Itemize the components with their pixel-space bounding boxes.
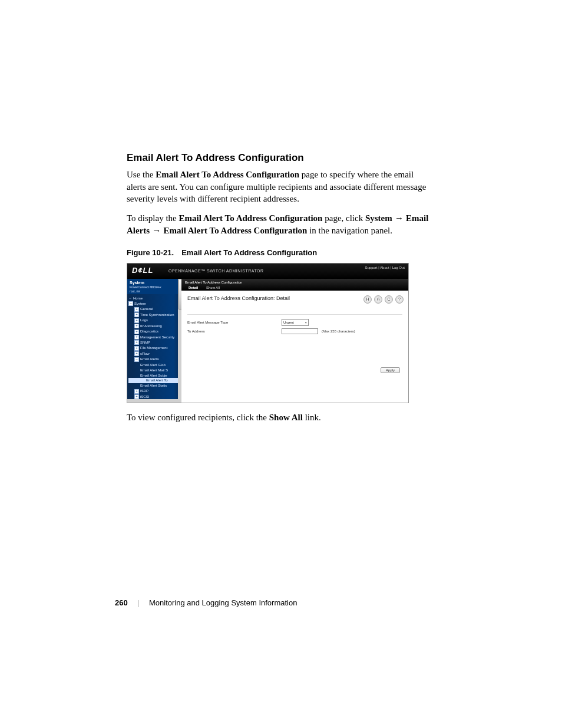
refresh-icon[interactable]: C	[385, 295, 393, 304]
bold-text: Email Alert To Address Configuration	[164, 226, 308, 235]
expand-icon: +	[134, 389, 139, 394]
tree-label: Email Alerts	[140, 357, 159, 361]
chevron-down-icon: ▾	[305, 321, 307, 324]
tree-label: ISDP	[140, 389, 148, 393]
text: To view configured recipients, click the	[127, 413, 269, 422]
tree-label: Management Security	[140, 335, 174, 339]
sidebar-device: PowerConnect M8024-k	[130, 285, 179, 289]
save-icon[interactable]: H	[363, 295, 372, 304]
sidebar-user: root, r/w	[130, 289, 179, 293]
collapse-icon: –	[128, 301, 133, 306]
tree-label: SNMP	[140, 341, 150, 344]
expand-icon: +	[134, 318, 139, 323]
tree-label: Email Alert Glob	[140, 363, 166, 367]
section-heading: Email Alert To Address Configuration	[127, 152, 433, 164]
header-links[interactable]: Support | About | Log Out	[365, 266, 405, 269]
expand-icon: +	[134, 324, 139, 328]
tree-node-iscsi[interactable]: +iSCSI	[128, 394, 181, 399]
tree-node-isdp[interactable]: +ISDP	[128, 388, 181, 394]
print-icon[interactable]: ⎙	[374, 295, 382, 304]
sidebar-horizontal-scrollbar[interactable]	[127, 399, 178, 403]
footer-title: Monitoring and Logging System Informatio…	[149, 598, 297, 607]
tree-node-mgmtsec[interactable]: +Management Security	[128, 334, 181, 340]
arrow-icon: →	[150, 225, 163, 235]
text: in the navigation panel.	[307, 226, 392, 235]
bold-text: Show All	[269, 413, 303, 422]
tree-node-snmp[interactable]: +SNMP	[128, 340, 181, 345]
dell-logo: D¢LL	[132, 266, 154, 275]
paragraph-nav: To display the Email Alert To Address Co…	[127, 212, 433, 236]
apply-button[interactable]: Apply	[381, 367, 400, 373]
tab-bar: Detail Show All	[185, 286, 405, 289]
sidebar-header: System PowerConnect M8024-k root, r/w	[127, 279, 181, 294]
to-address-label: To Address	[187, 330, 282, 333]
text: link.	[303, 413, 321, 422]
page-footer: 260 Monitoring and Logging System Inform…	[115, 598, 297, 607]
tree-node-filemgmt[interactable]: +File Management	[128, 345, 181, 351]
tree-node-ea-stats[interactable]: Email Alert Statis	[128, 383, 181, 388]
page-number: 260	[115, 598, 128, 607]
expand-icon: +	[134, 335, 139, 340]
nav-sidebar: System PowerConnect M8024-k root, r/w –H…	[127, 279, 181, 403]
tab-showall[interactable]: Show All	[203, 286, 223, 289]
tree-label: Email Alert Mail S	[140, 368, 168, 372]
breadcrumb-text: Email Alert To Address Configuration	[185, 281, 405, 284]
text: To display the	[127, 213, 179, 223]
tree-node-sflow[interactable]: +sFlow	[128, 351, 181, 356]
text: Use the	[127, 170, 156, 179]
tree-label: Email Alert To	[146, 378, 168, 382]
nav-tree: –Home –System +General +Time Synchroniza…	[127, 294, 181, 399]
expand-icon: +	[134, 312, 139, 317]
paragraph-post-figure: To view configured recipients, click the…	[127, 411, 433, 424]
bold-text: Email Alert To Address Configuration	[179, 213, 323, 223]
tree-label: File Management	[140, 346, 167, 350]
tree-node-system[interactable]: –System	[128, 301, 181, 307]
tab-detail[interactable]: Detail	[185, 286, 201, 289]
tree-node-logs[interactable]: +Logs	[128, 318, 181, 323]
to-address-hint: (Max 255 characters)	[322, 330, 355, 333]
tree-node-ea-global[interactable]: Email Alert Glob	[128, 362, 181, 367]
main-panel: Email Alert To Address Configuration Det…	[181, 279, 408, 403]
tree-node-timesync[interactable]: +Time Synchronization	[128, 312, 181, 317]
page-content: Email Alert To Address Configuration Use…	[127, 152, 433, 431]
app-header: D¢LL OPENMANAGE™ SWITCH ADMINISTRATOR Su…	[127, 263, 408, 279]
collapse-icon: –	[134, 357, 139, 362]
expand-icon: +	[134, 340, 139, 345]
help-icon[interactable]: ?	[395, 295, 404, 304]
footer-separator	[138, 600, 138, 607]
expand-icon: +	[134, 346, 139, 351]
text: page, click	[322, 213, 365, 223]
tree-node-ea-to[interactable]: Email Alert To	[128, 378, 181, 383]
collapse-icon: –	[128, 296, 132, 301]
tree-label: System	[134, 302, 146, 305]
panel-action-icons: H ⎙ C ?	[363, 295, 404, 304]
form-row-to-address: To Address (Max 255 characters)	[187, 327, 402, 335]
sidebar-title: System	[130, 281, 179, 285]
tree-label: sFlow	[140, 352, 150, 355]
tree-node-emailalerts[interactable]: –Email Alerts	[128, 357, 181, 362]
breadcrumb: Email Alert To Address Configuration Det…	[181, 279, 408, 291]
app-screenshot: D¢LL OPENMANAGE™ SWITCH ADMINISTRATOR Su…	[127, 263, 409, 403]
app-body: System PowerConnect M8024-k root, r/w –H…	[127, 279, 408, 403]
tree-node-diag[interactable]: +Diagnostics	[128, 329, 181, 334]
apply-row: Apply	[381, 367, 400, 373]
bold-text: Email Alert To Address Configuration	[156, 170, 299, 179]
tree-node-general[interactable]: +General	[128, 307, 181, 312]
tree-label: Home	[133, 297, 143, 300]
message-type-label: Email Alert Message Type	[187, 321, 282, 324]
tree-node-ipaddr[interactable]: +IP Addressing	[128, 323, 181, 328]
tree-label: General	[140, 307, 153, 311]
tree-node-ea-mail[interactable]: Email Alert Mail S	[128, 367, 181, 373]
expand-icon: +	[134, 394, 139, 399]
tree-label: Time Synchronization	[140, 313, 174, 317]
content-panel: Email Alert To Address Configuration: De…	[181, 291, 408, 340]
expand-icon: +	[134, 330, 139, 334]
arrow-icon: →	[392, 213, 406, 223]
message-type-select[interactable]: Urgent ▾	[282, 319, 309, 326]
to-address-input[interactable]	[282, 328, 318, 334]
tree-node-ea-subj[interactable]: Email Alert Subje	[128, 373, 181, 378]
paragraph-intro: Use the Email Alert To Address Configura…	[127, 169, 433, 205]
tree-node-home[interactable]: –Home	[128, 295, 181, 301]
tree-label: Email Alert Statis	[140, 384, 167, 387]
app-header-title: OPENMANAGE™ SWITCH ADMINISTRATOR	[168, 269, 264, 273]
